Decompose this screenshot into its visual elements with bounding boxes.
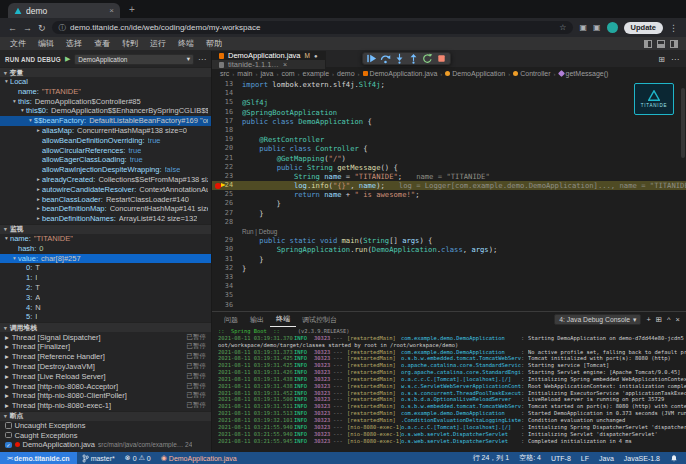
breakpoint-row[interactable]: Uncaught Exceptions: [0, 421, 211, 431]
watch-row[interactable]: hash:0: [0, 244, 211, 254]
variables-row[interactable]: allowRawInjectionDespiteWrapping:false: [0, 165, 211, 175]
twisty-icon[interactable]: ▸: [5, 382, 9, 391]
menu-item[interactable]: 文件: [4, 37, 32, 50]
twisty-icon[interactable]: ▸: [35, 204, 42, 214]
site-info-icon[interactable]: ⓘ: [59, 23, 67, 33]
panel-tab[interactable]: 问题: [218, 312, 244, 327]
breadcrumb-item[interactable]: java: [261, 70, 274, 77]
twisty-icon[interactable]: ▸: [35, 126, 42, 136]
twisty-icon[interactable]: ▸: [35, 175, 42, 185]
variables-row[interactable]: ▸alreadyCreated:Collections$SetFromMap#1…: [0, 175, 211, 185]
twisty-icon[interactable]: ▸: [35, 195, 42, 205]
problems-button[interactable]: ⊗0⚠0: [120, 452, 156, 464]
watch-section-header[interactable]: ▾ 监视: [0, 224, 211, 234]
code-line[interactable]: 24 log.info("{}", name);log = Logger[com…: [212, 181, 686, 190]
twisty-icon[interactable]: ▸: [5, 401, 9, 410]
extension-icon[interactable]: ▣: [579, 23, 587, 32]
code-line[interactable]: 15@Slf4j: [212, 98, 686, 107]
code-line[interactable]: 29 public static void main(String[] args…: [212, 236, 686, 245]
stop-button[interactable]: [435, 53, 448, 64]
more-actions-icon[interactable]: ⋯: [671, 55, 679, 64]
twisty-icon[interactable]: ▾: [3, 77, 10, 87]
twisty-icon[interactable]: ▸: [5, 333, 9, 342]
editor-tab[interactable]: titanide-1.1.1…×: [212, 60, 326, 69]
panel-tab[interactable]: 输出: [244, 312, 270, 327]
breakpoint-row[interactable]: Caught Exceptions: [0, 430, 211, 440]
code-line[interactable]: 30 SpringApplication.run(DemoApplication…: [212, 245, 686, 254]
twisty-icon[interactable]: ▸: [5, 342, 9, 351]
callstack-thread-row[interactable]: ▸Thread [Signal Dispatcher]已暂停: [0, 332, 211, 342]
variables-row[interactable]: allowBeanDefinitionOverriding:true: [0, 136, 211, 146]
variables-row[interactable]: ▾Local: [0, 77, 211, 87]
step-into-button[interactable]: [393, 53, 406, 64]
codelens-row[interactable]: Run | Debug: [212, 227, 686, 236]
toggle-sidebar-icon[interactable]: [644, 40, 652, 48]
code-line[interactable]: 13import lombok.extern.slf4j.Slf4j;: [212, 80, 686, 89]
twisty-icon[interactable]: ▾: [19, 106, 26, 116]
menu-item[interactable]: 运行: [144, 37, 172, 50]
profile-avatar[interactable]: [607, 22, 618, 33]
close-panel-icon[interactable]: ×: [676, 315, 680, 324]
back-icon[interactable]: ←: [8, 23, 17, 33]
code-line[interactable]: 22 public String getMessage() {: [212, 163, 686, 172]
breakpoint-checkbox[interactable]: [5, 432, 12, 439]
language-mode-item[interactable]: Java: [594, 452, 619, 464]
debug-config-select[interactable]: DemoApplication ▾: [74, 54, 194, 65]
twisty-icon[interactable]: ▸: [5, 352, 9, 361]
breadcrumb-item[interactable]: demo: [337, 70, 355, 77]
code-line[interactable]: 21 @GetMapping("/"): [212, 154, 686, 163]
refresh-icon[interactable]: ↻: [38, 23, 46, 33]
menu-item[interactable]: 选择: [60, 37, 88, 50]
breadcrumb-item[interactable]: src: [220, 70, 229, 77]
twisty-icon[interactable]: ▸: [35, 214, 42, 224]
step-out-button[interactable]: [407, 53, 420, 64]
panel-tab[interactable]: 终端: [270, 312, 296, 327]
breakpoint-icon[interactable]: [215, 183, 221, 189]
restart-button[interactable]: [421, 53, 434, 64]
code-line[interactable]: 19 @RestController: [212, 135, 686, 144]
watch-row[interactable]: ▾value:char[8]#257: [0, 254, 211, 264]
encoding-item[interactable]: UTF-8: [546, 452, 576, 464]
twisty-icon[interactable]: ▸: [5, 391, 9, 400]
breakpoint-row[interactable]: ✓DemoApplication.javasrc/main/java/com/e…: [0, 440, 211, 450]
callstack-thread-row[interactable]: ▸Thread [http-nio-8080-exec-1]已暂停: [0, 401, 211, 411]
twisty-icon[interactable]: ▾: [11, 254, 18, 264]
watch-row[interactable]: 4:N: [0, 303, 211, 313]
breadcrumb-item[interactable]: DemoApplication.java: [363, 70, 438, 77]
maximize-panel-icon[interactable]: ^: [667, 315, 671, 324]
new-tab-button[interactable]: +: [129, 2, 135, 18]
variables-row[interactable]: ▾this:DemoApplication$Controller#85: [0, 97, 211, 107]
callstack-thread-row[interactable]: ▸Thread [http-nio-8080-ClientPoller]已暂停: [0, 391, 211, 401]
continue-button[interactable]: [365, 53, 378, 64]
variables-row[interactable]: ▸autowireCandidateResolver:ContextAnnota…: [0, 185, 211, 195]
editor-tab[interactable]: DemoApplication.javaM●: [212, 51, 326, 60]
scrollbar-thumb[interactable]: [681, 88, 685, 158]
address-bar[interactable]: ⓘ demo.titanide.cn/ide/web/coding/demo/m…: [52, 21, 574, 34]
watch-row[interactable]: 5:I: [0, 312, 211, 322]
notifications-bell-button[interactable]: [665, 452, 683, 464]
breakpoint-checkbox[interactable]: [5, 422, 12, 429]
callstack-thread-row[interactable]: ▸Thread [http-nio-8080-Acceptor]已暂停: [0, 381, 211, 391]
code-line[interactable]: 14: [212, 89, 686, 98]
menu-item[interactable]: 查看: [88, 37, 116, 50]
variables-row[interactable]: allowCircularReferences:true: [0, 146, 211, 156]
watch-row[interactable]: ▾name:"TITANIDE": [0, 234, 211, 244]
code-line[interactable]: 16@SpringBootApplication: [212, 108, 686, 117]
code-line[interactable]: 34: [212, 282, 686, 291]
more-actions-icon[interactable]: ⋯: [198, 55, 206, 64]
breadcrumb-item[interactable]: DemoApplication: [445, 70, 505, 77]
variables-row[interactable]: ▾this$0:DemoApplication$$EnhancerBySprin…: [0, 106, 211, 116]
breadcrumb-item[interactable]: main: [237, 70, 252, 77]
watch-row[interactable]: 3:A: [0, 293, 211, 303]
twisty-icon[interactable]: ▸: [5, 362, 9, 371]
panel-tab[interactable]: 调试控制台: [296, 312, 343, 327]
code-line[interactable]: 20 public class Controller {: [212, 144, 686, 153]
breakpoints-section-header[interactable]: ▾ 断点: [0, 411, 211, 421]
eol-item[interactable]: LF: [576, 452, 594, 464]
browser-update-button[interactable]: Update: [624, 22, 663, 34]
code-line[interactable]: 27 }: [212, 209, 686, 218]
twisty-icon[interactable]: ▸: [35, 185, 42, 195]
close-tab-icon[interactable]: ×: [283, 61, 287, 68]
breadcrumb-item[interactable]: getMessage(): [559, 70, 609, 77]
cursor-position-item[interactable]: 行 24，列 1: [468, 452, 515, 464]
